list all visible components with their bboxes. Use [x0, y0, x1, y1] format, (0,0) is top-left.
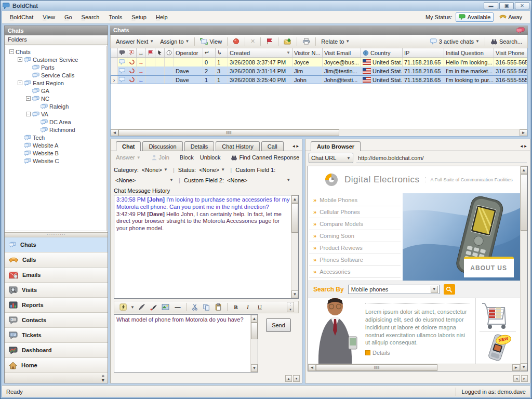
scroll-down-icon[interactable]: ▾	[293, 375, 300, 382]
tree-item-chats[interactable]: −Chats	[6, 48, 106, 56]
compose-text[interactable]: What model of phone from Motorola do you…	[116, 316, 249, 371]
tree-item-va[interactable]: −VA	[6, 110, 106, 118]
menu-setup[interactable]: Setup	[127, 12, 151, 22]
join-button[interactable]: Join	[149, 153, 171, 162]
details-link[interactable]: Details	[365, 350, 470, 356]
select-arrow-icon[interactable]: ▼	[431, 286, 438, 293]
shopping-cart-image[interactable]	[482, 300, 514, 329]
italic-button[interactable]: I	[243, 302, 252, 312]
scroll-left-icon[interactable]: ◄	[111, 129, 118, 136]
tree-item-website-c[interactable]: Website C	[6, 157, 106, 165]
minimize-button[interactable]: ▬	[484, 2, 498, 9]
site-nav-coming-soon[interactable]: »Coming Soon	[309, 230, 401, 242]
tree-item-service-calls[interactable]: Service Calls	[6, 71, 106, 79]
scroll-down-icon[interactable]: ▼	[521, 363, 527, 371]
copy-button[interactable]	[202, 302, 211, 312]
view-button[interactable]: View	[198, 37, 224, 46]
menu-search[interactable]: Search	[77, 12, 104, 22]
site-nav-product-reviews[interactable]: »Product Reviews	[309, 242, 401, 254]
scroll-right-icon[interactable]: ►	[520, 129, 527, 136]
col-operator[interactable]: Operator	[174, 48, 203, 57]
tab-scroll-left-icon[interactable]: ◂	[521, 143, 523, 149]
scroll-left-icon[interactable]: ◂	[513, 375, 520, 382]
tab-details[interactable]: Details	[184, 141, 215, 151]
tree-item-richmond[interactable]: Richmond	[6, 126, 106, 134]
site-nav-compare-models[interactable]: »Compare Models	[309, 218, 401, 230]
col-visit-email[interactable]: Visit Email	[323, 48, 361, 57]
site-search-button[interactable]	[444, 284, 455, 295]
tree-expander-icon[interactable]: −	[26, 96, 31, 101]
tree-item-website-b[interactable]: Website B	[6, 149, 106, 157]
url-field[interactable]: http://demo.boldchat.com/	[356, 153, 527, 163]
horizontal-rule-button[interactable]: —	[173, 302, 182, 312]
chat-row-joyce[interactable]: →013/26/2008 3:37:47 PMJoyceJoyce@bus...…	[111, 58, 527, 66]
tab-chat[interactable]: Chat	[116, 141, 141, 151]
send-button[interactable]: Send	[266, 318, 291, 332]
col-initial-question[interactable]: Initial Question	[444, 48, 494, 57]
chat-message-history[interactable]: 3:30:58 PM [John] I'm looking to purchas…	[114, 195, 299, 299]
site-nav-phones-software[interactable]: »Phones Software	[309, 254, 401, 266]
close-button[interactable]: ✕	[515, 2, 529, 9]
unblock-button[interactable]: Unblock	[198, 153, 223, 162]
tree-item-tech[interactable]: Tech	[6, 134, 106, 141]
sidebar-item-emails[interactable]: Emails	[5, 267, 108, 282]
tab-scroll-right-icon[interactable]: ▸	[296, 143, 299, 149]
custom-field-1-select[interactable]: <None>▼	[114, 175, 175, 185]
tab-scroll-right-icon[interactable]: ▸	[524, 143, 527, 149]
export-button[interactable]	[282, 37, 294, 46]
print-button[interactable]	[300, 37, 312, 46]
menu-view[interactable]: View	[38, 12, 60, 22]
col-chat-icon[interactable]	[118, 48, 127, 57]
sidebar-item-visits[interactable]: Visits	[5, 282, 108, 297]
tree-item-raleigh[interactable]: Raleigh	[6, 102, 106, 110]
col-visitor-name[interactable]: Visitor N...	[292, 48, 323, 57]
sidebar-item-tickets[interactable]: Tickets	[5, 327, 108, 342]
find-canned-response-button[interactable]: Find Canned Response	[229, 153, 301, 162]
sidebar-item-dashboard[interactable]: Dashboard	[5, 342, 108, 357]
bold-button[interactable]: B	[231, 302, 241, 312]
col-created[interactable]: Created▼	[228, 48, 292, 57]
site-brand[interactable]: Digital Electronics	[344, 175, 420, 185]
configure-buttons-icon[interactable]: »▾	[101, 374, 104, 382]
sidebar-splitter[interactable]: ··········	[5, 232, 108, 237]
col-direction-icon[interactable]: ↔	[137, 48, 146, 57]
browser-vscrollbar[interactable]: ▲ ▼	[520, 166, 527, 371]
site-nav-accessories[interactable]: »Accessories	[309, 266, 401, 278]
canned-message-caret[interactable]: ▼	[130, 305, 135, 310]
highlight-pen-button[interactable]	[149, 302, 158, 312]
relate-to-button[interactable]: Relate to▼	[319, 37, 352, 46]
status-away-button[interactable]: Away	[497, 13, 525, 21]
tree-expander-icon[interactable]: −	[18, 57, 22, 62]
col-flag-icon[interactable]	[146, 48, 155, 57]
tab-discussion[interactable]: Discussion	[142, 141, 182, 151]
col-visit-phone[interactable]: Visit Phone	[494, 48, 527, 57]
answer-button[interactable]: Answer▼	[114, 153, 143, 162]
browser-hscrollbar[interactable]: ◄ ⦀⦀⦀ ►	[308, 364, 520, 371]
url-mode-select[interactable]: Chat URL▼	[309, 153, 353, 163]
scroll-up-icon[interactable]: ▴	[285, 375, 292, 382]
compose-input[interactable]: What model of phone from Motorola do you…	[114, 314, 258, 373]
category-select[interactable]: <None>▼	[140, 165, 169, 175]
canned-message-button[interactable]	[118, 302, 128, 312]
menu-go[interactable]: Go	[60, 12, 77, 22]
active-chats-button[interactable]: 3 active chats▼	[428, 37, 482, 46]
history-vscrollbar[interactable]: ▲ ▼	[291, 195, 298, 298]
custom-field-2-select[interactable]: <None>▼	[225, 175, 292, 185]
status-select[interactable]: <None>▼	[197, 165, 227, 175]
tree-item-ga[interactable]: GA	[6, 87, 106, 95]
tab-chat-history[interactable]: Chat History	[216, 141, 260, 151]
insert-image-button[interactable]	[161, 302, 170, 312]
col-chat-status-icon[interactable]	[127, 48, 137, 57]
col-country[interactable]: Country	[361, 48, 403, 57]
scroll-right-icon[interactable]: ►	[512, 364, 520, 371]
search-category-select[interactable]: Mobile phones ▼	[348, 285, 440, 294]
menu-help[interactable]: Help	[151, 12, 172, 22]
new-phone-image[interactable]: NEW	[483, 334, 512, 361]
paste-button[interactable]	[214, 302, 223, 312]
grid-hscrollbar[interactable]: ◄ ⦀⦀⦀ ►	[111, 129, 527, 136]
scroll-left-icon[interactable]: ◄	[308, 364, 316, 371]
scroll-right-icon[interactable]: ▸	[521, 375, 528, 382]
chat-row-john[interactable]: ›←Dave113/26/2008 3:25:40 PMJohnJohn@tes…	[111, 75, 527, 84]
block-button[interactable]: Block	[178, 153, 196, 162]
tree-item-nc[interactable]: −NC	[6, 95, 106, 102]
